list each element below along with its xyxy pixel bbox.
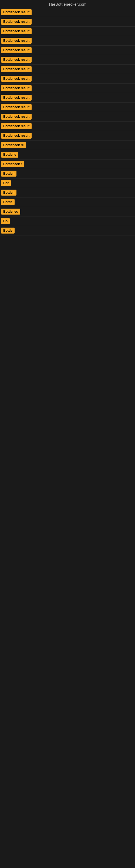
- list-item: Bottleneck result: [0, 84, 135, 93]
- list-item: Bottleneck result: [0, 36, 135, 45]
- bottleneck-result-badge[interactable]: Bottleneck result: [1, 66, 32, 72]
- bottleneck-result-badge[interactable]: Bottlene: [1, 152, 18, 158]
- list-item: Bottleneck r: [0, 159, 135, 169]
- list-item: Bottleneck result: [0, 112, 135, 122]
- list-item: Bottleneck result: [0, 131, 135, 141]
- list-item: Bottleneck result: [0, 27, 135, 36]
- list-item: Bottlenec: [0, 207, 135, 216]
- list-item: Bottleneck result: [0, 74, 135, 84]
- list-item: Bottle: [0, 226, 135, 236]
- bottleneck-result-badge[interactable]: Bottleneck result: [1, 28, 32, 34]
- bottleneck-result-badge[interactable]: Bot: [1, 180, 11, 186]
- bottleneck-result-badge[interactable]: Bo: [1, 218, 10, 224]
- bottleneck-result-badge[interactable]: Bottle: [1, 227, 14, 234]
- bottleneck-result-badge[interactable]: Bottlenec: [1, 209, 20, 215]
- list-item: Bot: [0, 179, 135, 188]
- list-item: Bottlene: [0, 150, 135, 159]
- rows-container: Bottleneck resultBottleneck resultBottle…: [0, 8, 135, 236]
- bottleneck-result-badge[interactable]: Bottleneck result: [1, 95, 32, 101]
- list-item: Bottleneck result: [0, 65, 135, 74]
- list-item: Bottleneck result: [0, 122, 135, 131]
- bottleneck-result-badge[interactable]: Bottleneck result: [1, 47, 32, 53]
- list-item: Bottlen: [0, 169, 135, 179]
- list-item: Bottleneck result: [0, 17, 135, 27]
- bottleneck-result-badge[interactable]: Bottleneck result: [1, 9, 32, 15]
- bottleneck-result-badge[interactable]: Bottleneck result: [1, 76, 32, 82]
- list-item: Bottleneck result: [0, 8, 135, 17]
- bottleneck-result-badge[interactable]: Bottleneck result: [1, 57, 32, 63]
- bottleneck-result-badge[interactable]: Bottleneck result: [1, 19, 32, 25]
- bottleneck-result-badge[interactable]: Bottleneck result: [1, 104, 32, 110]
- bottleneck-result-badge[interactable]: Bottleneck result: [1, 38, 32, 44]
- bottleneck-result-badge[interactable]: Bottle: [1, 199, 14, 205]
- list-item: Bo: [0, 216, 135, 226]
- bottleneck-result-badge[interactable]: Bottleneck result: [1, 133, 32, 138]
- bottleneck-result-badge[interactable]: Bottlen: [1, 170, 16, 177]
- bottleneck-result-badge[interactable]: Bottleneck result: [1, 123, 32, 129]
- bottleneck-result-badge[interactable]: Bottleneck result: [1, 85, 32, 91]
- bottleneck-result-badge[interactable]: Bottleneck r: [1, 161, 24, 167]
- list-item: Bottleneck result: [0, 55, 135, 65]
- site-title-container: TheBottlenecker.com: [0, 0, 135, 8]
- list-item: Bottleneck result: [0, 93, 135, 102]
- list-item: Bottlen: [0, 188, 135, 197]
- bottleneck-result-badge[interactable]: Bottlen: [1, 190, 16, 195]
- site-title: TheBottlenecker.com: [0, 0, 135, 8]
- bottleneck-result-badge[interactable]: Bottleneck result: [1, 114, 32, 120]
- list-item: Bottleneck result: [0, 45, 135, 55]
- list-item: Bottle: [0, 197, 135, 207]
- list-item: Bottleneck result: [0, 102, 135, 112]
- list-item: Bottleneck re: [0, 141, 135, 150]
- bottleneck-result-badge[interactable]: Bottleneck re: [1, 142, 26, 148]
